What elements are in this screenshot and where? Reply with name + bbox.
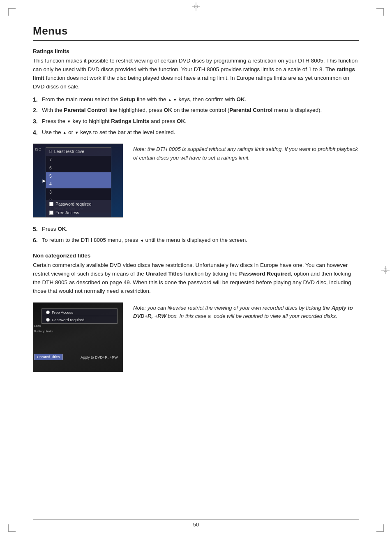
corner-tl xyxy=(8,8,16,16)
esc-label: ISC xyxy=(35,147,41,151)
menu-arrow-icon: ► xyxy=(42,178,47,184)
step-3-content: Press the ▼ key to highlight Ratings Lim… xyxy=(42,117,359,126)
media-row-2: Free Access Password required Lock Ratin… xyxy=(33,302,359,372)
step-5: 5. Press OK. xyxy=(33,225,359,234)
step-4: 4. Use the ▲ or ▼ keys to set the bar at… xyxy=(33,128,359,137)
step-6: 6. To return to the DTH 8005 menu, press… xyxy=(33,236,359,245)
section2-heading: Non categorized titles xyxy=(33,253,359,259)
step-3: 3. Press the ▼ key to highlight Ratings … xyxy=(33,117,359,126)
apply-to-label: Apply to DVD+R, +RW xyxy=(81,355,118,359)
step-5-num: 5. xyxy=(33,225,42,234)
step-6-num: 6. xyxy=(33,236,42,245)
menu-item-8: 8 Least restrictive xyxy=(46,148,111,156)
side-labels: Lock Rating Limits xyxy=(34,323,53,334)
corner-br xyxy=(376,524,384,532)
step-2-num: 2. xyxy=(33,106,42,115)
corner-bl xyxy=(8,524,16,532)
free-access-panel-item: Free Access xyxy=(42,309,117,316)
steps-5-6-list: 5. Press OK. 6. To return to the DTH 800… xyxy=(33,225,359,245)
crosshair-right-icon xyxy=(381,266,390,274)
media-row-1: ISC 8 Least restrictive 7 6 5 4 3 2 1 Mo… xyxy=(33,144,359,218)
title-rule xyxy=(33,40,359,41)
menu-item-3: 3 xyxy=(46,188,111,197)
note-2: Note: you can likewise restrict the view… xyxy=(133,302,359,320)
step-3-num: 3. xyxy=(33,117,42,126)
section2-para: Certain commercially available DVD video… xyxy=(33,261,359,296)
note-1: Note: the DTH 8005 is supplied without a… xyxy=(133,144,359,162)
page-container: Menus Ratings limits This function makes… xyxy=(0,0,392,540)
section1-para1: This function makes it possible to restr… xyxy=(33,57,359,91)
page-number: 50 xyxy=(193,521,199,528)
page-title: Menus xyxy=(33,25,359,37)
menu-item-6: 6 xyxy=(46,164,111,172)
section1-heading: Ratings limits xyxy=(33,48,359,54)
menu-item-7: 7 xyxy=(46,156,111,164)
menu-item-4: 4 xyxy=(46,180,111,188)
step-2-content: With the Parental Control line highlight… xyxy=(42,106,359,115)
step-4-num: 4. xyxy=(33,128,42,137)
step-4-content: Use the ▲ or ▼ keys to set the bar at th… xyxy=(42,128,359,137)
password-required-panel-item: Password required xyxy=(42,316,117,323)
dvd-bottom-section: Password required Free Access xyxy=(46,200,111,218)
free-access-item: Free Access xyxy=(46,209,111,217)
corner-tr xyxy=(376,8,384,16)
dvd-screenshot-2: Free Access Password required Lock Ratin… xyxy=(33,302,123,372)
unrated-titles-btn: Unrated Titles xyxy=(34,354,63,360)
crosshair-top-icon xyxy=(192,2,200,11)
password-checkbox xyxy=(49,202,53,206)
inner-panel: Free Access Password required xyxy=(42,308,118,324)
step-2: 2. With the Parental Control line highli… xyxy=(33,106,359,115)
steps-list: 1. From the main menu select the Setup l… xyxy=(33,95,359,137)
menu-item-5: 5 xyxy=(46,172,111,181)
free-access-radio xyxy=(46,311,50,314)
step-1: 1. From the main menu select the Setup l… xyxy=(33,95,359,104)
password-required-item: Password required xyxy=(46,200,111,209)
bottom-rule xyxy=(33,519,359,519)
step-1-num: 1. xyxy=(33,95,42,104)
step-1-content: From the main menu select the Setup line… xyxy=(42,95,359,104)
step-5-content: Press OK. xyxy=(42,225,359,234)
step-6-content: To return to the DTH 8005 menu, press ◄ … xyxy=(42,236,359,245)
free-access-checkbox xyxy=(49,211,53,215)
password-radio xyxy=(46,318,50,322)
dvd-screenshot-1: ISC 8 Least restrictive 7 6 5 4 3 2 1 Mo… xyxy=(33,144,123,218)
